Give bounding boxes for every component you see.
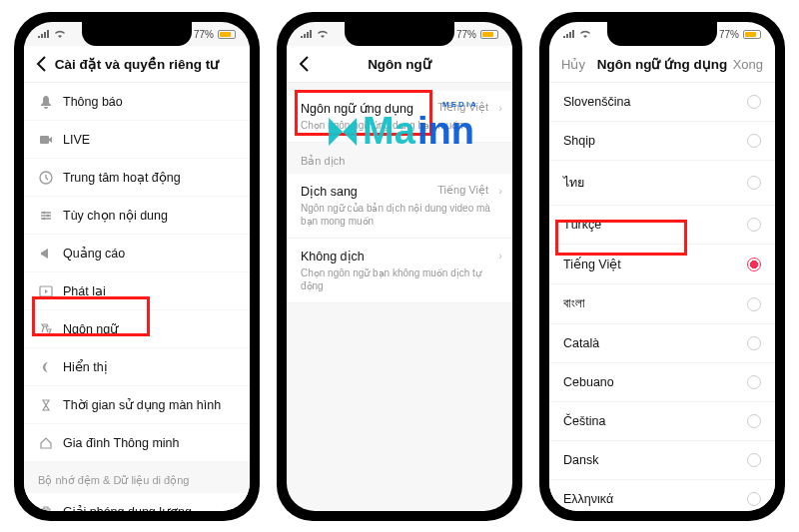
lang-option[interactable]: Cebuano <box>549 363 775 402</box>
wifi-icon <box>54 30 66 39</box>
lang-option[interactable]: Dansk <box>549 441 775 480</box>
language-list: Slovenščina Shqip ไทย Türkçe Tiếng Việt … <box>549 83 775 511</box>
battery-icon <box>218 30 236 39</box>
row-notifications[interactable]: Thông báo <box>24 83 250 121</box>
battery-text: 77% <box>456 29 476 40</box>
page-title: Cài đặt và quyền riêng tư <box>55 56 219 72</box>
battery-icon <box>480 30 498 39</box>
row-translate-to[interactable]: Dịch sang Ngôn ngữ của bản dịch nội dung… <box>287 174 512 239</box>
settings-list: Thông báo LIVE Trung tâm hoạt động Tùy c… <box>24 83 250 462</box>
radio-icon <box>747 453 761 467</box>
chevron-right-icon: › <box>498 185 502 197</box>
row-free-space[interactable]: Giải phóng dung lượng <box>24 493 250 511</box>
row-label: Phát lại <box>63 283 236 298</box>
header-3: Hủy Ngôn ngữ ứng dụng Xong <box>549 46 775 83</box>
clock-icon <box>38 170 53 185</box>
lang-name: Slovenščina <box>563 95 630 109</box>
row-value: Tiếng Việt <box>437 101 488 114</box>
row-label: Thông báo <box>63 95 236 109</box>
lang-name: ไทย <box>563 173 584 193</box>
row-title: Không dịch <box>301 249 498 264</box>
radio-selected-icon <box>747 258 761 271</box>
signal-icon <box>563 30 575 39</box>
radio-icon <box>747 336 761 350</box>
row-playback[interactable]: Phát lại <box>24 272 250 310</box>
row-family-pairing[interactable]: Gia đình Thông minh <box>24 424 250 462</box>
notch <box>345 22 454 46</box>
lang-option[interactable]: Shqip <box>549 122 775 161</box>
svg-point-2 <box>42 211 45 214</box>
screen-2: 77% Ngôn ngữ Ngôn ngữ ứng dụng Chọn ngôn… <box>287 22 512 511</box>
radio-icon <box>747 176 761 190</box>
row-label: Gia đình Thông minh <box>63 436 236 450</box>
row-label: Tùy chọn nội dung <box>63 208 236 223</box>
notch <box>82 22 192 46</box>
screen-3: 77% Hủy Ngôn ngữ ứng dụng Xong Slovenšči… <box>549 22 775 511</box>
chevron-left-icon <box>299 56 309 72</box>
radio-icon <box>747 297 761 311</box>
lang-option[interactable]: Türkçe <box>549 206 775 245</box>
row-label: Quảng cáo <box>63 246 236 261</box>
chevron-right-icon: › <box>498 250 502 262</box>
wifi-icon <box>579 30 591 39</box>
bell-icon <box>38 94 53 109</box>
done-button[interactable]: Xong <box>733 57 763 72</box>
lang-option[interactable]: Čeština <box>549 402 775 441</box>
lang-option[interactable]: ไทย <box>549 161 775 206</box>
row-label: Giải phóng dung lượng <box>63 504 236 511</box>
section-translate-label: Bản dịch <box>287 143 512 174</box>
row-desc: Ngôn ngữ của bản dịch nội dung video mà … <box>301 202 498 228</box>
phone-frame-2: 77% Ngôn ngữ Ngôn ngữ ứng dụng Chọn ngôn… <box>277 12 522 521</box>
row-ads[interactable]: Quảng cáo <box>24 235 250 272</box>
row-no-translate[interactable]: Không dịch Chọn ngôn ngữ bạn không muốn … <box>287 239 512 303</box>
lang-name: Cebuano <box>563 375 614 389</box>
radio-icon <box>747 414 761 428</box>
svg-point-3 <box>46 214 49 217</box>
row-app-language[interactable]: Ngôn ngữ ứng dụng Chọn ngôn ngữ ứng dụng… <box>287 91 512 143</box>
notch <box>607 22 717 46</box>
lang-name: Ελληνικά <box>563 492 613 506</box>
chevron-right-icon: › <box>498 102 502 114</box>
battery-text: 77% <box>719 29 739 40</box>
lang-option[interactable]: বাংলা <box>549 284 775 324</box>
row-label: Ngôn ngữ <box>63 321 236 336</box>
home-icon <box>38 435 53 450</box>
megaphone-icon <box>38 246 53 261</box>
cancel-button[interactable]: Hủy <box>561 57 585 72</box>
sliders-icon <box>38 208 53 223</box>
lang-option[interactable]: Català <box>549 324 775 363</box>
play-icon <box>38 283 53 298</box>
row-desc: Chọn ngôn ngữ bạn không muốn dịch tự độn… <box>301 266 498 292</box>
lang-name: বাংলা <box>563 296 585 311</box>
moon-icon <box>38 359 53 374</box>
row-live[interactable]: LIVE <box>24 121 250 159</box>
phone-frame-3: 77% Hủy Ngôn ngữ ứng dụng Xong Slovenšči… <box>539 12 785 521</box>
header-1: Cài đặt và quyền riêng tư <box>24 46 250 83</box>
cache-list: Giải phóng dung lượng Trình Tiết kiệm Dữ… <box>24 493 250 511</box>
lang-option[interactable]: Ελληνικά <box>549 480 775 511</box>
lang-name: Tiếng Việt <box>563 257 621 271</box>
screen-1: 77% Cài đặt và quyền riêng tư Thông báo … <box>24 22 250 511</box>
row-language[interactable]: Ngôn ngữ <box>24 310 250 348</box>
back-button[interactable] <box>36 56 46 72</box>
lang-name: Dansk <box>563 453 598 467</box>
back-button[interactable] <box>299 56 309 72</box>
radio-icon <box>747 375 761 389</box>
row-screen-time[interactable]: Thời gian sử dụng màn hình <box>24 386 250 424</box>
lang-option-selected[interactable]: Tiếng Việt <box>549 245 775 284</box>
section-cache-label: Bộ nhớ đệm & Dữ liệu di động <box>24 462 250 493</box>
row-content-prefs[interactable]: Tùy chọn nội dung <box>24 197 250 235</box>
radio-icon <box>747 134 761 148</box>
row-activity-center[interactable]: Trung tâm hoạt động <box>24 159 250 197</box>
radio-icon <box>747 218 761 232</box>
lang-name: Čeština <box>563 414 605 428</box>
row-desc: Chọn ngôn ngữ ứng dụng bạn muốn <box>301 119 498 132</box>
row-label: LIVE <box>63 133 236 147</box>
trash-icon <box>38 504 53 511</box>
svg-rect-0 <box>40 136 49 144</box>
battery-text: 77% <box>194 29 214 40</box>
row-display[interactable]: Hiển thị <box>24 348 250 386</box>
svg-point-4 <box>42 217 45 220</box>
lang-option[interactable]: Slovenščina <box>549 83 775 122</box>
chevron-left-icon <box>36 56 46 72</box>
